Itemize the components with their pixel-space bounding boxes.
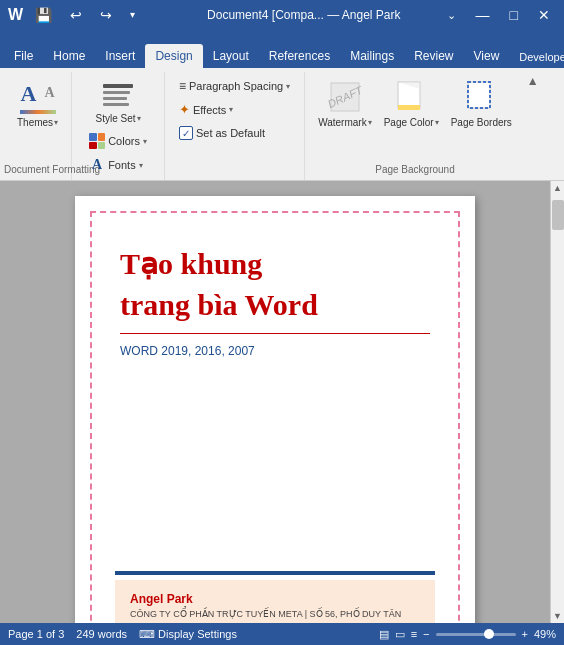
themes-dropdown-icon: ▾: [54, 118, 58, 127]
document-subtitle: WORD 2019, 2016, 2007: [120, 344, 430, 358]
tab-references[interactable]: References: [259, 44, 340, 68]
effects-star-icon: ✦: [179, 102, 190, 117]
document-title-line1: Tạo khung: [120, 246, 430, 282]
themes-icon: A A: [20, 79, 56, 115]
zoom-slider[interactable]: [436, 633, 516, 636]
document-spacer: [120, 378, 430, 571]
page-borders-button[interactable]: Page Borders: [446, 76, 517, 131]
watermark-label: Watermark: [318, 117, 367, 128]
colors-button[interactable]: Colors ▾: [83, 130, 153, 152]
effects-dropdown-icon: ▾: [229, 105, 233, 114]
scrollbar: ▲ ▼: [550, 181, 564, 623]
style-set-label: Style Set: [96, 113, 136, 124]
tab-review[interactable]: Review: [404, 44, 463, 68]
main-area: Tạo khung trang bìa Word WORD 2019, 2016…: [0, 181, 564, 623]
fonts-icon: A: [89, 157, 105, 173]
maximize-button[interactable]: □: [504, 6, 524, 24]
save-icon[interactable]: 💾: [29, 6, 58, 24]
ribbon-group-spacing: ≡ Paragraph Spacing ▾ ✦ Effects ▾ ✓ Set …: [165, 72, 305, 180]
tab-home[interactable]: Home: [43, 44, 95, 68]
more-commands-icon[interactable]: ▾: [124, 8, 141, 22]
word-logo-icon: W: [8, 6, 23, 24]
scroll-up-button[interactable]: ▲: [551, 181, 565, 195]
themes-button[interactable]: A A Themes ▾: [12, 76, 63, 131]
set-as-default-button[interactable]: ✓ Set as Default: [173, 123, 271, 143]
zoom-thumb: [484, 629, 494, 639]
zoom-minus-button[interactable]: −: [423, 628, 429, 640]
fonts-label: Fonts: [108, 159, 136, 171]
page-color-label: Page Color: [384, 117, 434, 128]
tab-layout[interactable]: Layout: [203, 44, 259, 68]
document-container: Tạo khung trang bìa Word WORD 2019, 2016…: [0, 181, 550, 623]
svg-rect-3: [398, 105, 420, 110]
document-footer-name: Angel Park: [130, 592, 420, 606]
display-settings-button[interactable]: ⌨ Display Settings: [139, 628, 237, 641]
colors-dropdown-icon: ▾: [143, 137, 147, 146]
title-bar-right: ⌄ — □ ✕: [441, 6, 556, 24]
ribbon-toggle-icon[interactable]: ⌄: [441, 8, 462, 23]
set-as-default-label: Set as Default: [196, 127, 265, 139]
paragraph-spacing-dropdown-icon: ▾: [286, 82, 290, 91]
page-borders-icon: [463, 79, 499, 115]
style-set-icon: [100, 78, 136, 112]
ribbon-collapse-button[interactable]: ▲: [525, 72, 541, 180]
style-set-button[interactable]: Style Set ▾: [93, 76, 144, 126]
fonts-button[interactable]: A Fonts ▾: [83, 154, 153, 176]
ribbon: A A Themes ▾ Document Formatting: [0, 68, 564, 181]
paragraph-spacing-icon: ≡: [179, 79, 186, 93]
status-left: Page 1 of 3 249 words ⌨ Display Settings: [8, 628, 237, 641]
tab-developer[interactable]: Developer: [509, 46, 564, 68]
document-blue-line: [115, 571, 435, 575]
document-content: Tạo khung trang bìa Word WORD 2019, 2016…: [95, 216, 455, 623]
document-footer-company: CÔNG TY CỔ PHẦN TRỰC TUYẾN META | SỐ 56,…: [130, 609, 420, 619]
page-color-icon: [393, 79, 429, 115]
title-bar: W 💾 ↩ ↪ ▾ Document4 [Compa... — Angel Pa…: [0, 0, 564, 30]
themes-label: Themes: [17, 117, 53, 128]
view-icon-normal[interactable]: ▤: [379, 628, 389, 641]
tab-file[interactable]: File: [4, 44, 43, 68]
page-info: Page 1 of 3: [8, 628, 64, 640]
page-color-dropdown-icon: ▾: [435, 118, 439, 127]
title-text: Document4 [Compa... — Angel Park: [207, 8, 400, 22]
status-bar: Page 1 of 3 249 words ⌨ Display Settings…: [0, 623, 564, 645]
paragraph-spacing-button[interactable]: ≡ Paragraph Spacing ▾: [173, 76, 296, 96]
view-icon-web[interactable]: ≡: [411, 628, 417, 640]
redo-icon[interactable]: ↪: [94, 6, 118, 24]
document-title-line2: trang bìa Word: [120, 287, 430, 323]
view-icon-read[interactable]: ▭: [395, 628, 405, 641]
scroll-thumb[interactable]: [552, 200, 564, 230]
effects-button[interactable]: ✦ Effects ▾: [173, 99, 239, 120]
word-count: 249 words: [76, 628, 127, 640]
page-color-button[interactable]: Page Color ▾: [379, 76, 444, 131]
tab-view[interactable]: View: [464, 44, 510, 68]
document-page: Tạo khung trang bìa Word WORD 2019, 2016…: [75, 196, 475, 623]
colors-label: Colors: [108, 135, 140, 147]
scroll-track[interactable]: [551, 195, 565, 609]
watermark-dropdown-icon: ▾: [368, 118, 372, 127]
tab-design[interactable]: Design: [145, 44, 202, 68]
display-settings-icon: ⌨: [139, 628, 155, 641]
zoom-plus-button[interactable]: +: [522, 628, 528, 640]
close-button[interactable]: ✕: [532, 6, 556, 24]
paragraph-spacing-label: Paragraph Spacing: [189, 80, 283, 92]
undo-icon[interactable]: ↩: [64, 6, 88, 24]
minimize-button[interactable]: —: [470, 6, 496, 24]
tab-insert[interactable]: Insert: [95, 44, 145, 68]
ribbon-group-page-bg: DRAFT Watermark ▾ Page: [305, 72, 525, 180]
page-bg-label: Page Background: [305, 162, 525, 178]
scroll-down-button[interactable]: ▼: [551, 609, 565, 623]
ribbon-group-styles: Style Set ▾ Colors ▾ A Fonts: [72, 72, 165, 180]
watermark-button[interactable]: DRAFT Watermark ▾: [313, 76, 377, 131]
fonts-dropdown-icon: ▾: [139, 161, 143, 170]
svg-rect-4: [468, 82, 490, 108]
document-footer: Angel Park CÔNG TY CỔ PHẦN TRỰC TUYẾN ME…: [115, 580, 435, 623]
zoom-level[interactable]: 49%: [534, 628, 556, 640]
colors-icon: [89, 133, 105, 149]
ribbon-group-themes: A A Themes ▾ Document Formatting: [4, 72, 72, 180]
style-set-dropdown-icon: ▾: [137, 114, 141, 123]
page-borders-label: Page Borders: [451, 117, 512, 128]
tab-mailings[interactable]: Mailings: [340, 44, 404, 68]
watermark-icon: DRAFT: [327, 79, 363, 115]
doc-formatting-label: Document Formatting: [4, 162, 71, 178]
set-as-default-check-icon: ✓: [179, 126, 193, 140]
